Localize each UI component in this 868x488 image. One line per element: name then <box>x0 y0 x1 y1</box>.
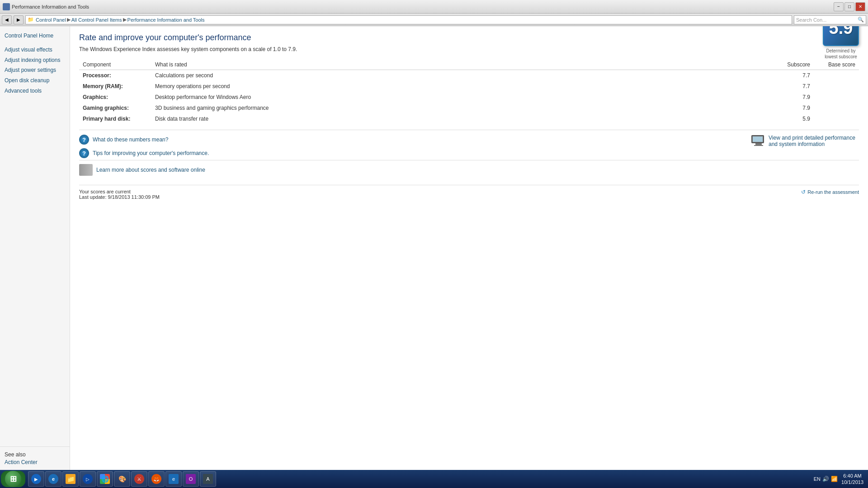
col-what-rated: What is rated <box>151 60 778 70</box>
score-badge-area: 5.9 Determined bylowest subscore <box>823 26 859 60</box>
page-subtitle: The Windows Experience Index assesses ke… <box>79 46 859 52</box>
col-basescore: Base score <box>814 60 859 70</box>
table-wrapper: 5.9 Determined bylowest subscore Compone… <box>79 60 859 124</box>
view-print-link: View and print detailed performance and … <box>751 135 859 147</box>
minimize-button[interactable]: − <box>834 2 844 11</box>
computer-monitor-icon <box>751 135 766 147</box>
page-title: Rate and improve your computer's perform… <box>79 33 859 42</box>
links-section: ? What do these numbers mean? ? Tips for… <box>79 130 859 158</box>
main-container: Control Panel Home Adjust visual effects… <box>0 26 868 470</box>
help-icon-1: ? <box>79 135 89 145</box>
rerun-label: Re-run the assessment <box>807 189 859 195</box>
breadcrumb-all-items[interactable]: All Control Panel Items <box>71 17 122 23</box>
row-what-3: 3D business and gaming graphics performa… <box>151 103 778 113</box>
see-also-title: See also <box>5 451 65 458</box>
sidebar-item-indexing[interactable]: Adjust indexing options <box>0 55 70 66</box>
title-bar: Performance Information and Tools − □ ✕ <box>0 0 868 14</box>
row-basescore-3 <box>814 103 859 113</box>
sidebar-advanced-label: Advanced tools <box>5 88 42 94</box>
row-what-0: Calculations per second <box>151 70 778 81</box>
breadcrumb-current[interactable]: Performance Information and Tools <box>127 17 205 23</box>
sidebar: Control Panel Home Adjust visual effects… <box>0 26 70 470</box>
table-row: Graphics: Desktop performance for Window… <box>79 92 859 103</box>
status-text: Your scores are current Last update: 9/1… <box>79 189 160 200</box>
book-icon <box>79 164 93 176</box>
sidebar-item-visual-effects[interactable]: Adjust visual effects <box>0 45 70 55</box>
sidebar-home-label: Control Panel Home <box>5 33 53 39</box>
breadcrumb-control-panel[interactable]: Control Panel <box>36 17 66 23</box>
maximize-button[interactable]: □ <box>844 2 854 11</box>
learn-link-text[interactable]: Learn more about scores and software onl… <box>96 167 205 173</box>
row-basescore-0 <box>814 70 859 81</box>
table-row: Processor: Calculations per second 7.7 <box>79 70 859 81</box>
status-line1: Your scores are current <box>79 189 160 194</box>
sidebar-indexing-label: Adjust indexing options <box>5 57 60 63</box>
breadcrumb-folder-icon: 📁 <box>28 17 34 23</box>
search-box[interactable]: Search Con... 🔍 <box>794 15 866 24</box>
row-subscore-2: 7.9 <box>778 92 814 103</box>
row-subscore-1: 7.7 <box>778 81 814 92</box>
row-subscore-4: 5.9 <box>778 113 814 124</box>
table-row: Memory (RAM): Memory operations per seco… <box>79 81 859 92</box>
forward-button[interactable]: ▶ <box>14 15 24 24</box>
help-link-2: ? Tips for improving your computer's per… <box>79 148 209 158</box>
sidebar-item-advanced[interactable]: Advanced tools <box>0 86 70 96</box>
row-component-3: Gaming graphics: <box>79 103 151 113</box>
score-badge: 5.9 <box>823 26 859 46</box>
sidebar-item-home[interactable]: Control Panel Home <box>0 31 70 41</box>
address-box[interactable]: 📁 Control Panel ▶ All Control Panel Item… <box>25 15 792 24</box>
sidebar-item-power[interactable]: Adjust power settings <box>0 65 70 75</box>
row-what-2: Desktop performance for Windows Aero <box>151 92 778 103</box>
row-basescore-4 <box>814 113 859 124</box>
search-icon: 🔍 <box>858 17 864 23</box>
status-line2: Last update: 9/18/2013 11:30:09 PM <box>79 194 160 200</box>
help-icon-2: ? <box>79 148 89 158</box>
help-link-2-text[interactable]: Tips for improving your computer's perfo… <box>93 150 209 156</box>
row-component-0: Processor: <box>79 70 151 81</box>
sidebar-see-also: See also Action Center <box>0 446 70 470</box>
close-button[interactable]: ✕ <box>855 2 865 11</box>
col-component: Component <box>79 60 151 70</box>
back-button[interactable]: ◀ <box>2 15 12 24</box>
see-also-action-center[interactable]: Action Center <box>5 459 65 465</box>
address-bar: ◀ ▶ 📁 Control Panel ▶ All Control Panel … <box>0 14 868 26</box>
table-row: Gaming graphics: 3D business and gaming … <box>79 103 859 113</box>
row-basescore-1 <box>814 81 859 92</box>
sidebar-power-label: Adjust power settings <box>5 67 56 73</box>
row-component-1: Memory (RAM): <box>79 81 151 92</box>
help-links: ? What do these numbers mean? ? Tips for… <box>79 135 209 158</box>
row-what-4: Disk data transfer rate <box>151 113 778 124</box>
table-row: Primary hard disk: Disk data transfer ra… <box>79 113 859 124</box>
sidebar-disk-label: Open disk cleanup <box>5 77 49 84</box>
learn-row: Learn more about scores and software onl… <box>79 160 859 179</box>
help-link-1-text[interactable]: What do these numbers mean? <box>93 136 168 143</box>
help-link-1: ? What do these numbers mean? <box>79 135 209 145</box>
score-value: 5.9 <box>829 26 853 38</box>
row-basescore-2 <box>814 92 859 103</box>
view-print-text[interactable]: View and print detailed performance and … <box>769 135 859 147</box>
row-subscore-0: 7.7 <box>778 70 814 81</box>
row-component-2: Graphics: <box>79 92 151 103</box>
window-controls: − □ ✕ <box>834 2 865 11</box>
sidebar-item-disk[interactable]: Open disk cleanup <box>0 75 70 86</box>
content-area: Rate and improve your computer's perform… <box>70 26 868 470</box>
row-component-4: Primary hard disk: <box>79 113 151 124</box>
rerun-button[interactable]: ↺ Re-run the assessment <box>801 189 859 195</box>
row-subscore-3: 7.9 <box>778 103 814 113</box>
col-subscore: Subscore <box>778 60 814 70</box>
score-caption: Determined bylowest subscore <box>823 48 859 60</box>
row-what-1: Memory operations per second <box>151 81 778 92</box>
rerun-icon: ↺ <box>801 189 806 195</box>
window-icon <box>3 3 10 10</box>
performance-table: Component What is rated Subscore Base sc… <box>79 60 859 124</box>
search-placeholder: Search Con... <box>796 17 826 23</box>
window-title: Performance Information and Tools <box>12 4 89 9</box>
status-footer: Your scores are current Last update: 9/1… <box>79 185 859 200</box>
sidebar-visual-label: Adjust visual effects <box>5 47 52 53</box>
